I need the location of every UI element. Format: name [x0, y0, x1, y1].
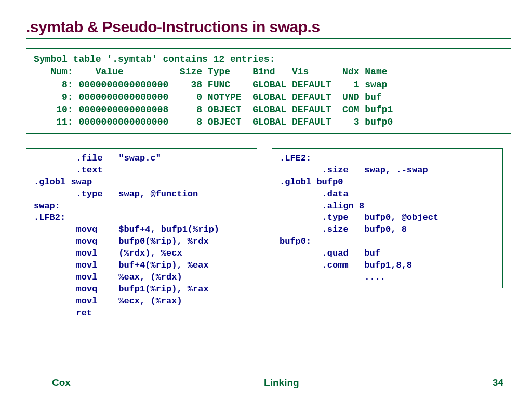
slide-footer: Cox Linking 34	[0, 377, 532, 389]
slide-title: .symtab & Pseudo-Instructions in swap.s	[26, 18, 511, 36]
title-divider	[26, 38, 511, 39]
assembly-right-box: .LFE2: .size swap, .-swap .globl bufp0 .…	[272, 148, 503, 288]
slide: .symtab & Pseudo-Instructions in swap.s …	[0, 0, 532, 399]
code-row: .file "swap.c" .text .globl swap .type s…	[26, 148, 511, 324]
symbol-table-box: Symbol table '.symtab' contains 12 entri…	[26, 48, 511, 134]
assembly-left-box: .file "swap.c" .text .globl swap .type s…	[26, 148, 257, 324]
footer-pagenum: 34	[493, 377, 503, 389]
footer-author: Cox	[52, 377, 71, 389]
footer-topic: Linking	[264, 377, 299, 389]
